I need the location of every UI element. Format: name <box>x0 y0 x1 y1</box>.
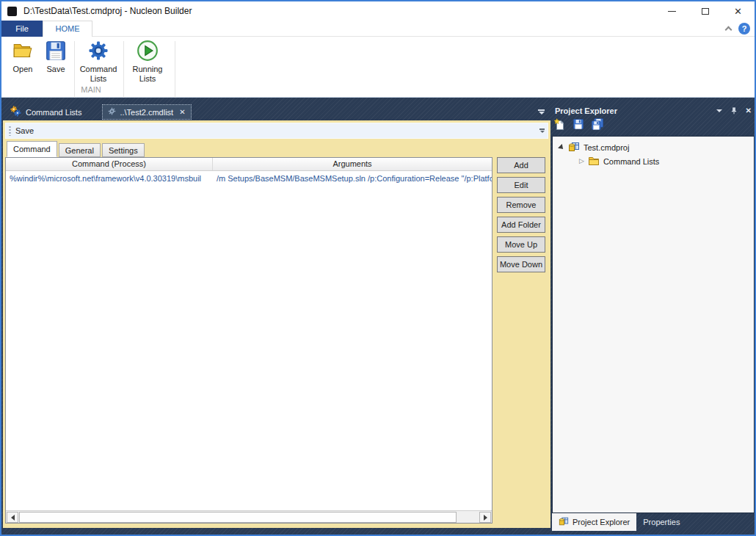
title-bar: D:\TestData\Test.cmdproj - Nucleon Build… <box>1 1 755 21</box>
save-all-icon[interactable] <box>591 118 604 133</box>
edit-button[interactable]: Edit <box>497 177 545 193</box>
maximize-icon <box>702 8 709 15</box>
right-panel-bottom-tabs: Project Explorer Properties <box>552 513 755 531</box>
cell-command: %windir%\microsoft.net\framework\v4.0.30… <box>6 174 213 183</box>
save-icon <box>45 40 67 62</box>
add-folder-button[interactable]: Add Folder <box>497 217 545 233</box>
close-icon: ✕ <box>734 7 742 16</box>
horizontal-scrollbar[interactable] <box>6 510 492 523</box>
tree-item-command-lists[interactable]: ▷ Command Lists <box>553 154 754 168</box>
toolbar-grip[interactable] <box>9 126 11 136</box>
command-table: Command (Process) Arguments %windir%\mic… <box>5 157 493 524</box>
command-list-editor: Save Command General Settings Command (P… <box>3 120 550 528</box>
project-explorer-toolbar <box>552 117 755 136</box>
tree-item-label: Command Lists <box>603 157 659 166</box>
project-explorer-panel: Project Explorer ✕ <box>552 104 755 533</box>
scroll-right-icon <box>484 515 487 521</box>
move-down-button[interactable]: Move Down <box>497 256 545 272</box>
app-window: D:\TestData\Test.cmdproj - Nucleon Build… <box>0 0 756 536</box>
workspace: Command Lists ..\Test2.cmdlist ✕ Save <box>1 98 755 535</box>
gears-icon <box>10 106 21 118</box>
column-header-command[interactable]: Command (Process) <box>6 158 213 170</box>
new-project-icon[interactable] <box>553 118 566 134</box>
cell-arguments: /m Setups/BaseMSM/BaseMSMSetup.sln /p:Co… <box>213 174 492 183</box>
editor-tab-bar: Command General Settings <box>5 139 548 157</box>
save-button[interactable]: Save <box>40 40 71 74</box>
tab-command[interactable]: Command <box>7 141 57 157</box>
document-tab-test2-cmdlist[interactable]: ..\Test2.cmdlist ✕ <box>102 104 191 120</box>
toolbar-overflow-icon[interactable] <box>539 128 545 133</box>
tab-properties-label: Properties <box>643 518 680 526</box>
open-button[interactable]: Open <box>7 40 38 74</box>
running-lists-button-label: Running Lists <box>127 65 168 84</box>
editor-toolbar: Save <box>5 123 548 139</box>
gear-icon <box>108 107 116 117</box>
tree-item-project[interactable]: Test.cmdproj <box>553 140 754 154</box>
ribbon-group-label: MAIN <box>7 85 175 94</box>
table-header-row: Command (Process) Arguments <box>6 158 492 171</box>
document-tab-close-icon[interactable]: ✕ <box>179 108 185 116</box>
scrollbar-thumb[interactable] <box>19 512 457 523</box>
project-tree: Test.cmdproj ▷ Command Lists <box>552 136 755 513</box>
project-icon <box>559 516 569 528</box>
column-header-arguments[interactable]: Arguments <box>213 158 492 170</box>
window-title: D:\TestData\Test.cmdproj - Nucleon Build… <box>23 1 192 21</box>
move-up-button[interactable]: Move Up <box>497 236 545 253</box>
command-lists-tool-tab-label: Command Lists <box>26 108 81 117</box>
action-button-column: Add Edit Remove Add Folder Move Up Move … <box>493 157 547 525</box>
run-icon <box>137 40 159 62</box>
tab-file[interactable]: File <box>1 21 43 37</box>
expander-expanded-icon[interactable] <box>558 144 565 151</box>
open-button-label: Open <box>13 65 33 74</box>
command-lists-tool-tab[interactable]: Command Lists <box>3 104 89 120</box>
maximize-button[interactable] <box>688 1 722 21</box>
ribbon: Open Save Command Lists Running Lists MA… <box>1 37 755 98</box>
project-explorer-header: Project Explorer ✕ <box>552 104 755 117</box>
running-lists-button[interactable]: Running Lists <box>127 40 168 84</box>
minimize-icon <box>668 11 676 12</box>
command-lists-button-label: Command Lists <box>78 65 119 84</box>
help-icon[interactable]: ? <box>738 23 750 35</box>
scroll-right-button[interactable] <box>479 512 491 523</box>
gear-icon <box>87 40 109 62</box>
tab-project-explorer-label: Project Explorer <box>573 518 630 526</box>
project-explorer-title: Project Explorer <box>555 106 617 115</box>
save-button-label: Save <box>46 65 65 74</box>
project-icon <box>568 141 580 154</box>
app-icon <box>7 7 17 16</box>
tab-properties[interactable]: Properties <box>636 513 686 531</box>
document-tab-label: ..\Test2.cmdlist <box>120 108 173 117</box>
add-button[interactable]: Add <box>497 157 545 173</box>
left-panel-tab-strip: Command Lists ..\Test2.cmdlist ✕ <box>3 104 550 120</box>
expander-collapsed-icon[interactable]: ▷ <box>579 158 584 164</box>
minimize-button[interactable] <box>655 1 688 21</box>
tab-project-explorer[interactable]: Project Explorer <box>552 513 636 531</box>
save-project-icon[interactable] <box>573 118 584 133</box>
tab-home[interactable]: HOME <box>43 21 92 37</box>
tab-general[interactable]: General <box>59 143 101 157</box>
remove-button[interactable]: Remove <box>497 197 545 213</box>
command-lists-button[interactable]: Command Lists <box>78 40 119 84</box>
close-button[interactable]: ✕ <box>722 1 755 21</box>
collapse-ribbon-icon[interactable] <box>725 26 733 34</box>
panel-close-icon[interactable]: ✕ <box>746 107 752 115</box>
scroll-left-button[interactable] <box>7 512 18 523</box>
save-toolbar-button[interactable]: Save <box>15 126 34 135</box>
folder-icon <box>588 155 600 168</box>
scroll-left-icon <box>11 515 15 521</box>
pin-icon[interactable] <box>730 106 738 115</box>
tab-settings[interactable]: Settings <box>102 143 145 157</box>
tree-item-label: Test.cmdproj <box>584 143 629 152</box>
open-folder-icon <box>12 40 34 62</box>
table-row[interactable]: %windir%\microsoft.net\framework\v4.0.30… <box>6 171 492 186</box>
chevron-down-icon[interactable] <box>716 109 722 112</box>
tab-list-dropdown-icon[interactable] <box>538 109 545 115</box>
ribbon-tab-bar: File HOME ? <box>1 21 755 37</box>
